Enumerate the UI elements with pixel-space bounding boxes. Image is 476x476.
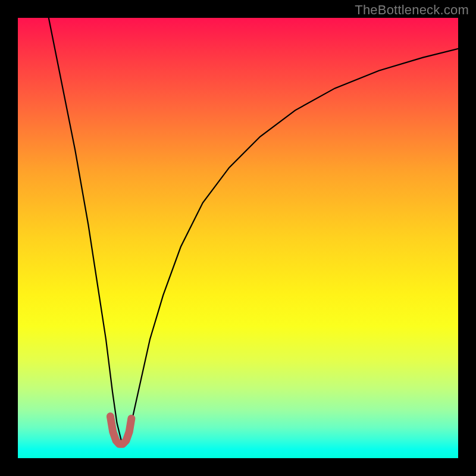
chart-svg [18, 18, 458, 458]
chart-frame: TheBottleneck.com [0, 0, 476, 476]
plot-area [18, 18, 458, 458]
attribution-text: TheBottleneck.com [355, 2, 469, 18]
bottleneck-curve [49, 18, 458, 440]
